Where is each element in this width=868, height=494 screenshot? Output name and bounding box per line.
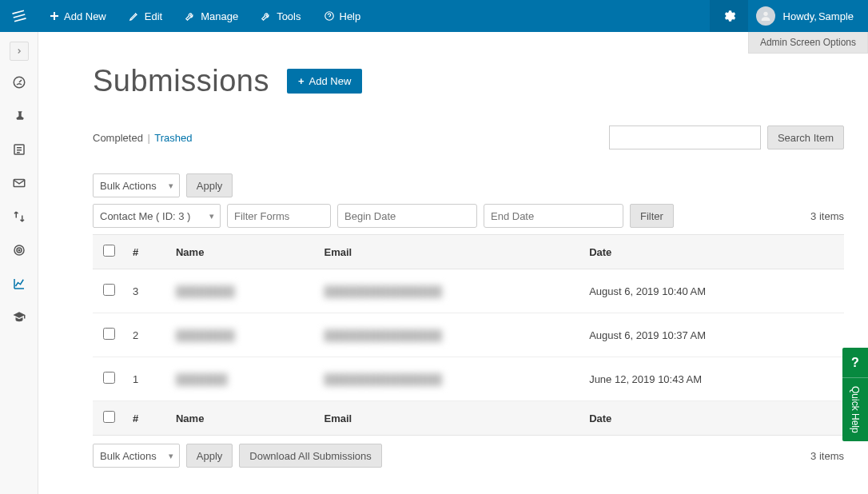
- row-checkbox[interactable]: [103, 284, 115, 296]
- search-input[interactable]: [609, 125, 761, 149]
- topbar-settings[interactable]: [710, 0, 748, 32]
- begin-date-input[interactable]: [337, 204, 477, 228]
- row-email: ████████████████: [325, 285, 442, 297]
- col-num[interactable]: #: [125, 235, 168, 269]
- end-date-input[interactable]: [484, 204, 623, 228]
- subsub-completed[interactable]: Completed: [93, 132, 143, 144]
- select-all-top[interactable]: [103, 245, 115, 257]
- filter-button[interactable]: Filter: [630, 204, 674, 228]
- row-checkbox[interactable]: [103, 328, 115, 340]
- bulk-actions-select-bottom[interactable]: Bulk Actions: [93, 444, 180, 468]
- sidebar: [0, 32, 38, 494]
- items-count-bottom: 3 items: [810, 450, 844, 462]
- topbar: Add New Edit Manage Tools Help Howdy, Sa…: [0, 0, 868, 32]
- table-row[interactable]: 1 ███████ ████████████████ June 12, 2019…: [93, 357, 844, 401]
- row-num: 2: [125, 313, 168, 357]
- sidebar-item-education[interactable]: [0, 301, 38, 334]
- target-icon: [12, 243, 26, 257]
- search-button[interactable]: Search Item: [767, 125, 844, 149]
- row-date: June 12, 2019 10:43 AM: [581, 357, 844, 401]
- topbar-tools[interactable]: Tools: [249, 0, 312, 32]
- svg-point-1: [763, 12, 767, 16]
- table-row[interactable]: 3 ████████ ████████████████ August 6, 20…: [93, 269, 844, 313]
- subsub-trashed[interactable]: Trashed: [154, 132, 192, 144]
- sidebar-item-forms[interactable]: [0, 133, 38, 166]
- apply-button-bottom[interactable]: Apply: [186, 444, 233, 468]
- col-email-foot[interactable]: Email: [317, 401, 582, 436]
- row-num: 1: [125, 357, 168, 401]
- howdy-prefix: Howdy,: [783, 10, 817, 22]
- main-content: Admin Screen Options Submissions + Add N…: [38, 32, 868, 494]
- topbar-help[interactable]: Help: [313, 0, 372, 32]
- sidebar-item-mail[interactable]: [0, 166, 38, 200]
- row-date: August 6, 2019 10:37 AM: [581, 313, 844, 357]
- table-row[interactable]: 2 ████████ ████████████████ August 6, 20…: [93, 313, 844, 357]
- col-name-foot[interactable]: Name: [168, 401, 317, 436]
- graduation-icon: [12, 310, 26, 325]
- col-num-foot[interactable]: #: [125, 401, 168, 436]
- chart-icon: [12, 277, 26, 291]
- pin-icon: [12, 109, 26, 123]
- sidebar-item-import-export[interactable]: [0, 200, 38, 233]
- items-count-top: 3 items: [810, 210, 844, 222]
- sidebar-collapse-toggle[interactable]: [10, 42, 29, 61]
- topbar-add-new[interactable]: Add New: [38, 0, 117, 32]
- topbar-manage[interactable]: Manage: [173, 0, 249, 32]
- col-date-foot[interactable]: Date: [581, 401, 844, 436]
- topbar-help-label: Help: [340, 10, 361, 22]
- topbar-user-menu[interactable]: Howdy, Sample: [748, 0, 868, 32]
- row-date: August 6, 2019 10:40 AM: [581, 269, 844, 313]
- quick-help-label: Quick Help: [850, 378, 861, 441]
- row-email: ████████████████: [325, 373, 442, 385]
- plus-icon: +: [298, 75, 305, 87]
- arrows-icon: [12, 209, 26, 224]
- row-name: ████████: [176, 329, 235, 341]
- bulk-actions-select-top[interactable]: Bulk Actions: [93, 173, 180, 197]
- app-logo[interactable]: [0, 0, 38, 32]
- gear-icon: [722, 9, 736, 23]
- mail-icon: [12, 176, 26, 190]
- sidebar-item-target[interactable]: [0, 233, 38, 267]
- apply-button-top[interactable]: Apply: [186, 173, 233, 197]
- avatar-icon: [756, 6, 775, 26]
- user-name: Sample: [818, 10, 854, 22]
- topbar-add-new-label: Add New: [64, 10, 106, 22]
- tools-icon: [261, 10, 272, 22]
- sidebar-item-dashboard[interactable]: [0, 66, 38, 99]
- row-checkbox[interactable]: [103, 372, 115, 384]
- dashboard-icon: [12, 75, 26, 90]
- wrench-icon: [185, 10, 196, 22]
- quick-help-icon: ?: [842, 348, 868, 378]
- topbar-tools-label: Tools: [277, 10, 301, 22]
- pencil-icon: [129, 10, 140, 22]
- admin-screen-options[interactable]: Admin Screen Options: [748, 32, 868, 54]
- form-select[interactable]: Contact Me ( ID: 3 ): [93, 204, 221, 228]
- topbar-edit-label: Edit: [145, 10, 162, 22]
- sidebar-item-pin[interactable]: [0, 99, 38, 133]
- topbar-manage-label: Manage: [201, 10, 238, 22]
- quick-help-panel[interactable]: ? Quick Help: [842, 348, 868, 441]
- select-all-bottom[interactable]: [103, 411, 115, 423]
- add-new-button-label: Add New: [309, 75, 352, 87]
- row-email: ████████████████: [325, 329, 442, 341]
- help-icon: [324, 10, 335, 22]
- forms-icon: [12, 142, 26, 157]
- download-all-button[interactable]: Download All Submissions: [239, 444, 381, 468]
- filter-forms-input[interactable]: [227, 204, 331, 228]
- page-title: Submissions: [93, 64, 269, 98]
- sidebar-item-analytics[interactable]: [0, 267, 38, 301]
- plus-icon: [50, 11, 59, 21]
- row-name: ███████: [176, 373, 227, 385]
- col-date[interactable]: Date: [581, 235, 844, 269]
- col-email[interactable]: Email: [317, 235, 582, 269]
- submissions-table: # Name Email Date 3 ████████ ███████████…: [93, 234, 844, 436]
- topbar-edit[interactable]: Edit: [117, 0, 173, 32]
- row-name: ████████: [176, 285, 235, 297]
- col-name[interactable]: Name: [168, 235, 317, 269]
- row-num: 3: [125, 269, 168, 313]
- add-new-button[interactable]: + Add New: [287, 69, 362, 94]
- svg-point-7: [18, 249, 20, 251]
